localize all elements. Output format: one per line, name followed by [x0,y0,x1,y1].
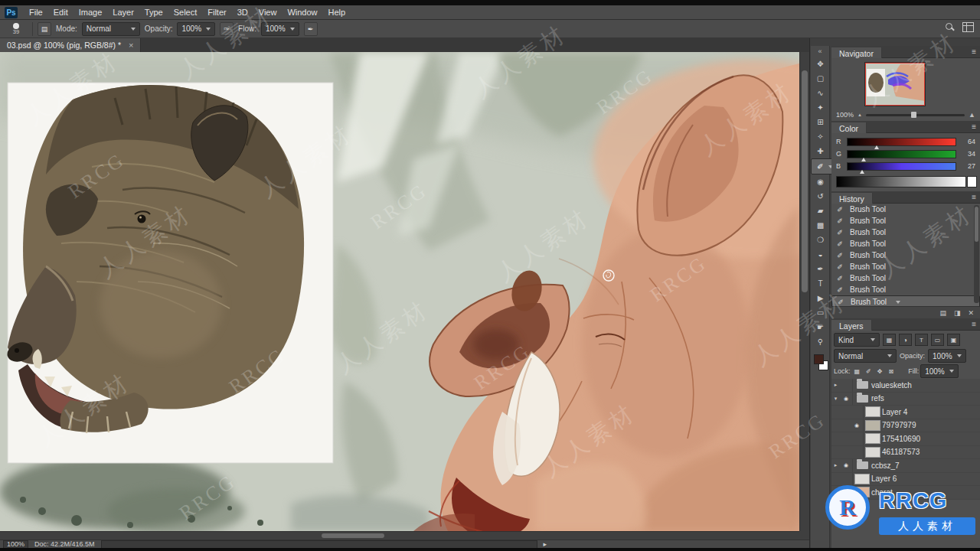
history-state[interactable]: ✐Brush Tool [831,238,980,249]
menu-3d[interactable]: 3D [232,5,253,20]
lock-all-icon[interactable]: ⊠ [888,368,893,375]
filter-adjustment-icon[interactable]: ◑ [899,334,912,346]
history-state[interactable]: ✐Brush Tool [831,215,980,227]
vertical-scrollbar[interactable] [799,52,809,531]
panel-menu-icon[interactable]: ≡ [972,320,976,328]
menu-help[interactable]: Help [323,5,351,20]
menu-type[interactable]: Type [139,5,168,20]
visibility-eye-icon[interactable] [840,379,853,392]
visibility-eye-icon[interactable]: ◉ [840,393,853,406]
airbrush-icon[interactable]: ✒ [304,22,318,36]
navigator-zoom-knob[interactable] [911,112,916,118]
navigator-zoom-slider[interactable] [866,114,965,116]
visibility-eye-icon[interactable] [851,446,864,459]
layer-row[interactable]: ▾ ◉ refs [831,393,980,406]
filter-pixel-icon[interactable]: ▦ [883,334,896,346]
tool-eraser[interactable]: ▰ [811,204,830,218]
new-snapshot-icon[interactable]: ◨ [954,309,961,317]
tool-history-brush[interactable]: ↺ [811,189,830,204]
blend-mode-select[interactable]: Normal [834,349,897,363]
layer-name[interactable]: 79797979 [882,421,916,429]
layer-name[interactable]: Layer 4 [882,408,907,416]
white-chip[interactable] [967,176,977,187]
status-arrow-icon[interactable]: ▸ [544,540,547,548]
brush-panel-toggle-icon[interactable]: ▤ [38,22,51,36]
expand-triangle-icon[interactable]: ▾ [831,396,840,402]
red-slider[interactable] [847,138,956,146]
menu-file[interactable]: File [24,5,48,20]
history-scrollbar[interactable] [974,205,979,303]
layer-name[interactable]: ccbsz_7 [871,461,900,470]
green-value[interactable]: 34 [960,150,975,158]
navigator-zoom-value[interactable]: 100% [836,111,854,119]
delete-state-icon[interactable]: ✕ [968,309,974,317]
zoom-in-mountain-icon[interactable]: ▲ [969,111,975,119]
menu-image[interactable]: Image [74,5,108,20]
blue-slider-marker[interactable] [860,170,864,174]
document-tab[interactable]: 03.psd @ 100% (pig, RGB/8#) * × [0,38,141,52]
photoshop-logo[interactable]: Ps [5,7,18,18]
visibility-eye-icon[interactable]: ◉ [840,459,853,472]
panel-menu-icon[interactable]: ≡ [972,47,976,56]
canvas[interactable] [0,52,799,531]
collapse-tools-icon[interactable]: « [811,46,829,57]
lock-position-icon[interactable]: ✥ [877,368,883,375]
lock-pixels-icon[interactable]: ✐ [866,368,871,375]
tool-crop[interactable]: ⊞ [811,115,830,129]
lock-transparency-icon[interactable]: ▦ [854,368,861,375]
kind-filter-select[interactable]: Kind [834,333,880,347]
visibility-eye-icon[interactable] [851,432,864,445]
blue-value[interactable]: 27 [960,162,975,170]
visibility-eye-icon[interactable]: ◉ [851,419,864,432]
flow-select[interactable]: 100% [261,22,299,36]
menu-select[interactable]: Select [168,5,203,20]
fill-select[interactable]: 100% [920,364,959,378]
layer-opacity-select[interactable]: 100% [928,349,966,363]
tool-rectangle-shape[interactable]: ▭ [811,305,830,320]
tool-dodge[interactable]: ◒ [811,247,830,262]
red-slider-marker[interactable] [874,145,879,149]
zoom-out-mountain-icon[interactable]: ▲ [858,112,862,117]
tool-spot-healing[interactable]: ✚ [811,144,830,158]
tool-gradient[interactable]: ▩ [811,218,830,233]
tool-move[interactable]: ✥ [811,57,830,71]
green-slider[interactable] [847,150,956,158]
history-state[interactable]: ✐Brush Tool [831,227,980,238]
panel-menu-icon[interactable]: ≡ [972,193,976,201]
tool-quick-selection[interactable]: ✦ [811,100,830,115]
red-value[interactable]: 64 [960,138,975,145]
green-slider-marker[interactable] [861,158,866,161]
menu-filter[interactable]: Filter [202,5,231,20]
tool-zoom[interactable]: ⚲ [811,334,830,349]
mode-select[interactable]: Normal [82,22,140,36]
horizontal-scrollbar-thumb[interactable] [322,533,384,538]
tool-eyedropper[interactable]: ✧ [811,129,830,144]
visibility-eye-icon[interactable] [851,406,864,419]
layer-row[interactable]: ◉ 79797979 [831,419,980,433]
menu-window[interactable]: Window [282,5,322,20]
filter-type-icon[interactable]: T [915,334,928,346]
tool-rectangular-marquee[interactable]: ▢ [811,71,830,86]
search-icon[interactable] [946,23,955,32]
expand-triangle-icon[interactable]: ▸ [831,382,840,388]
layer-row[interactable]: 175410690 [831,432,980,446]
tool-hand[interactable]: ☛ [811,320,830,334]
layer-name[interactable]: valuesketch [871,381,912,390]
history-state[interactable]: ✐Brush Tool [831,249,980,261]
menu-layer[interactable]: Layer [107,5,139,20]
history-state[interactable]: ✐Brush Tool [831,204,980,215]
layer-name[interactable]: 461187573 [882,448,920,456]
layer-row[interactable]: Layer 4 [831,406,980,419]
color-swatches[interactable] [811,352,830,372]
new-document-from-state-icon[interactable]: ▤ [939,309,946,317]
blue-slider[interactable] [847,162,956,171]
tool-clone-stamp[interactable]: ◉ [811,174,830,189]
close-tab-icon[interactable]: × [129,41,133,50]
history-state[interactable]: ✐Brush Tool [831,284,980,295]
layer-name[interactable]: 175410690 [882,435,920,443]
tool-lasso[interactable]: ∿ [811,86,830,100]
filter-shape-icon[interactable]: ▭ [931,334,944,346]
menu-view[interactable]: View [253,5,283,20]
tool-path-selection[interactable]: ▶ [811,291,830,305]
color-ramp[interactable] [836,176,966,187]
